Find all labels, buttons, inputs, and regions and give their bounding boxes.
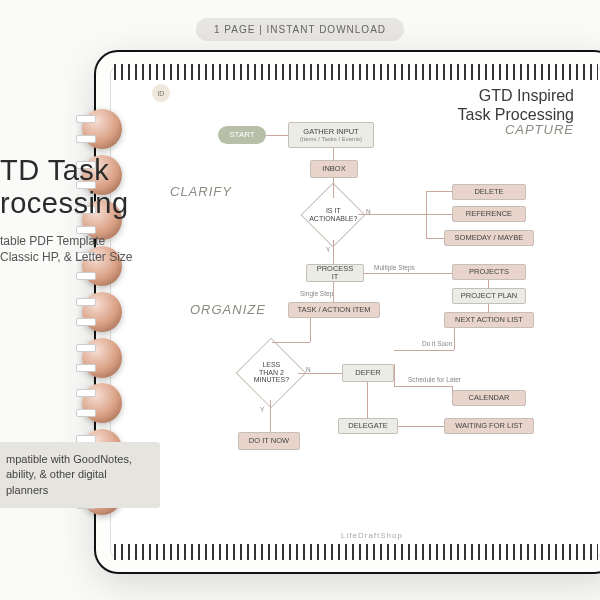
label-n2: N: [306, 366, 311, 373]
compat-line-1: mpatible with GoodNotes,: [6, 453, 132, 465]
arrow: [358, 214, 426, 215]
compat-line-2: ability, & other digital planners: [6, 468, 107, 495]
node-delegate: DELEGATE: [338, 418, 398, 434]
compat-box: mpatible with GoodNotes, ability, & othe…: [0, 442, 160, 508]
arrow: [452, 386, 453, 394]
title-block: TD Task rocessing table PDF Template Cla…: [0, 154, 133, 266]
title-line-1: TD Task: [0, 154, 133, 187]
arrow: [488, 304, 489, 312]
arrow: [398, 426, 444, 427]
stage-clarify: CLARIFY: [170, 184, 232, 199]
label-multi: Multiple Steps: [374, 264, 415, 271]
arrow: [270, 400, 271, 432]
arrow: [426, 191, 427, 239]
decor-band-top: [114, 64, 598, 80]
arrow: [426, 191, 452, 192]
label-later: Schedule for Later: [408, 376, 461, 383]
stage-organize: ORGANIZE: [190, 302, 266, 317]
gather-label: GATHER INPUT: [303, 128, 358, 136]
arrow: [310, 318, 311, 342]
left-panel: TD Task rocessing table PDF Template Cla…: [0, 0, 160, 600]
node-process: PROCESS IT: [306, 264, 364, 282]
tablet-mockup: lD GTD Inspired Task Processing CAPTURE …: [96, 52, 600, 572]
sub-line-1: table PDF Template: [0, 234, 105, 248]
subtitle: table PDF Template Classic HP, & Letter …: [0, 233, 133, 267]
arrow: [364, 273, 452, 274]
node-doit: DO IT NOW: [238, 432, 300, 450]
arrow: [333, 178, 334, 198]
label-y2: Y: [260, 406, 264, 413]
page-title-2: Task Processing: [458, 106, 575, 123]
arrow: [266, 135, 288, 136]
node-task-item: TASK / ACTION ITEM: [288, 302, 380, 318]
arrow: [394, 350, 454, 351]
label-single: Single Step: [300, 290, 333, 297]
node-reference: REFERENCE: [452, 206, 526, 222]
arrow: [333, 148, 334, 160]
page-title-1: GTD Inspired: [479, 87, 574, 104]
node-next-action: NEXT ACTION LIST: [444, 312, 534, 328]
brand-footer: LifeDraftShop: [341, 531, 403, 540]
node-project-plan: PROJECT PLAN: [452, 288, 526, 304]
arrow: [426, 214, 452, 215]
node-calendar: CALENDAR: [452, 390, 526, 406]
node-delete: DELETE: [452, 184, 526, 200]
page-content: lD GTD Inspired Task Processing CAPTURE …: [160, 92, 584, 526]
title-line-2: rocessing: [0, 187, 133, 220]
node-gather: GATHER INPUT (Items / Tasks / Events): [288, 122, 374, 148]
arrow: [272, 342, 310, 343]
arrow: [298, 373, 342, 374]
label-soon: Do it Soon: [422, 340, 452, 347]
node-someday: SOMEDAY / MAYBE: [444, 230, 534, 246]
top-badge: 1 PAGE | INSTANT DOWNLOAD: [196, 18, 404, 41]
decor-band-bottom: [114, 544, 598, 560]
node-start: START: [218, 126, 266, 144]
stage-capture: CAPTURE: [505, 122, 574, 137]
arrow: [333, 282, 334, 302]
arrow: [394, 364, 395, 386]
arrow: [394, 386, 452, 387]
node-projects: PROJECTS: [452, 264, 526, 280]
sub-line-2: Classic HP, & Letter Size: [0, 250, 133, 264]
gather-sub: (Items / Tasks / Events): [300, 136, 362, 143]
arrow: [367, 382, 368, 418]
node-waiting: WAITING FOR LIST: [444, 418, 534, 434]
arrow: [454, 328, 455, 350]
page-title: GTD Inspired Task Processing: [458, 86, 575, 124]
arrow: [426, 238, 444, 239]
arrow: [333, 240, 334, 264]
arrow: [488, 280, 489, 288]
node-defer: DEFER: [342, 364, 394, 382]
node-inbox: INBOX: [310, 160, 358, 178]
label-y: Y: [326, 246, 330, 253]
node-less2: LESS THAN 2 MINUTES?: [236, 338, 307, 409]
